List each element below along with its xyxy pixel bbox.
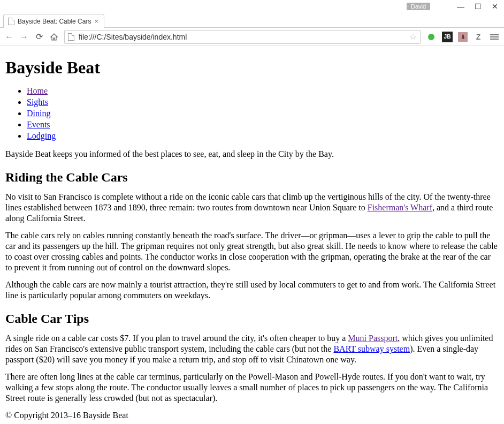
nav-link-dining[interactable]: Dining <box>27 109 50 118</box>
link-bart-subway[interactable]: BART subway system <box>333 344 410 353</box>
paragraph-riding-3: Although the cable cars are now mainly a… <box>5 279 499 301</box>
nav-link-home[interactable]: Home <box>27 86 48 95</box>
intro-paragraph: Bayside Beat keeps you informed of the b… <box>5 149 499 160</box>
file-icon <box>68 33 74 41</box>
reload-button[interactable]: ⟳ <box>34 32 44 42</box>
close-window-button[interactable]: ✕ <box>491 2 499 11</box>
copyright: © Copyright 2013–16 Bayside Beat <box>5 410 499 421</box>
url-input[interactable] <box>78 32 406 42</box>
minimize-button[interactable]: — <box>457 2 464 11</box>
window-controls: David — ☐ ✕ <box>0 0 504 13</box>
bookmark-star-icon[interactable]: ☆ <box>409 32 417 42</box>
paragraph-riding-2: The cable cars rely on cables running co… <box>5 230 499 273</box>
extension-green-dot-icon[interactable] <box>426 32 437 42</box>
address-bar[interactable]: ☆ <box>64 30 421 44</box>
tab-title: Bayside Beat: Cable Cars <box>18 18 91 25</box>
page-title: Bayside Beat <box>5 57 499 78</box>
nav-link-lodging[interactable]: Lodging <box>27 131 56 140</box>
paragraph-tips-1: A single ride on a cable car costs $7. I… <box>5 333 499 365</box>
page-content: Bayside Beat Home Sights Dining Events L… <box>0 46 504 424</box>
nav-link-sights[interactable]: Sights <box>27 97 48 107</box>
nav-list: Home Sights Dining Events Lodging <box>5 86 499 141</box>
page-icon <box>8 18 14 25</box>
link-muni-passport[interactable]: Muni Passport <box>348 334 398 343</box>
home-button[interactable] <box>49 33 59 41</box>
forward-button[interactable]: → <box>19 32 29 42</box>
back-button[interactable]: ← <box>4 32 14 42</box>
close-tab-icon[interactable]: × <box>94 17 98 25</box>
chrome-menu-button[interactable] <box>489 32 500 42</box>
user-profile-badge[interactable]: David <box>407 3 430 10</box>
link-fishermans-wharf[interactable]: Fisherman's Wharf <box>368 203 432 212</box>
paragraph-riding-1: No visit to San Francisco is complete wi… <box>5 192 499 224</box>
tab-strip: Bayside Beat: Cable Cars × <box>0 13 504 28</box>
extension-pdf-icon[interactable]: ⬇ <box>458 32 468 42</box>
nav-link-events[interactable]: Events <box>27 120 50 129</box>
heading-tips: Cable Car Tips <box>5 311 499 327</box>
browser-toolbar: ← → ⟳ ☆ JB ⬇ Z <box>0 28 504 46</box>
heading-riding: Riding the Cable Cars <box>5 169 499 185</box>
extension-jb-icon[interactable]: JB <box>442 32 453 42</box>
paragraph-tips-2: There are often long lines at the cable … <box>5 372 499 404</box>
text-segment: A single ride on a cable car costs $7. I… <box>5 334 348 343</box>
browser-tab[interactable]: Bayside Beat: Cable Cars × <box>3 14 104 28</box>
maximize-button[interactable]: ☐ <box>474 2 482 11</box>
extension-z-icon[interactable]: Z <box>473 32 484 42</box>
